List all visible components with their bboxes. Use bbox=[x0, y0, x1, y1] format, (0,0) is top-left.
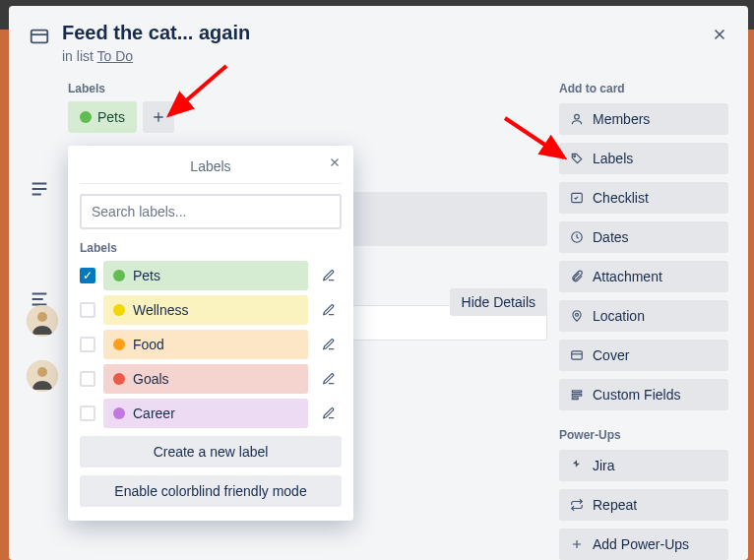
sidebar-item-members[interactable]: Members bbox=[559, 103, 728, 135]
add-powerups-label: Add Power-Ups bbox=[593, 536, 689, 552]
label-name: Pets bbox=[133, 268, 160, 283]
sidebar: Add to card MembersLabelsChecklistDatesA… bbox=[559, 82, 728, 560]
sidebar-item-label: Cover bbox=[593, 347, 629, 363]
sidebar-item-label: Location bbox=[593, 308, 645, 324]
sidebar-item-attachment[interactable]: Attachment bbox=[559, 261, 728, 292]
label-row: Wellness bbox=[80, 295, 342, 325]
svg-rect-0 bbox=[31, 31, 48, 43]
label-row: Pets bbox=[80, 261, 342, 290]
label-row: Career bbox=[80, 399, 342, 428]
sidebar-item-label: Members bbox=[593, 111, 650, 127]
sidebar-item-label: Custom Fields bbox=[593, 387, 680, 403]
label-dot bbox=[80, 111, 92, 123]
powerup-item-repeat[interactable]: Repeat bbox=[559, 489, 728, 521]
svg-rect-13 bbox=[572, 398, 578, 400]
location-icon bbox=[569, 308, 585, 324]
in-list-prefix: in list bbox=[62, 48, 97, 64]
svg-point-4 bbox=[37, 367, 47, 377]
label-dot bbox=[113, 373, 125, 385]
card-subtitle: in list To Do bbox=[62, 48, 250, 64]
svg-rect-11 bbox=[572, 391, 581, 393]
avatar[interactable] bbox=[27, 305, 58, 337]
sidebar-item-checklist[interactable]: Checklist bbox=[559, 182, 728, 214]
pencil-icon[interactable] bbox=[316, 366, 342, 392]
sidebar-item-label: Attachment bbox=[593, 269, 662, 284]
label-color-bar[interactable]: Career bbox=[103, 399, 308, 428]
jira-icon bbox=[569, 458, 585, 473]
popover-section-heading: Labels bbox=[80, 241, 342, 255]
hide-details-button[interactable]: Hide Details bbox=[450, 288, 547, 316]
label-checkbox[interactable] bbox=[80, 405, 95, 421]
repeat-icon bbox=[569, 497, 585, 513]
label-color-bar[interactable]: Food bbox=[103, 330, 308, 359]
sidebar-item-custom-fields[interactable]: Custom Fields bbox=[559, 379, 728, 410]
label-color-bar[interactable]: Goals bbox=[103, 364, 308, 394]
colorblind-mode-button[interactable]: Enable colorblind friendly mode bbox=[80, 475, 342, 507]
user-icon bbox=[569, 111, 585, 127]
add-powerups-button[interactable]: Add Power-Ups bbox=[559, 529, 728, 560]
clock-icon bbox=[569, 229, 585, 245]
search-labels-input[interactable] bbox=[80, 194, 342, 229]
pencil-icon[interactable] bbox=[316, 297, 342, 323]
popover-title: Labels bbox=[190, 158, 230, 174]
svg-point-9 bbox=[576, 313, 579, 316]
sidebar-item-label: Jira bbox=[593, 458, 615, 473]
applied-label-text: Pets bbox=[97, 109, 125, 125]
sidebar-item-location[interactable]: Location bbox=[559, 300, 728, 332]
label-dot bbox=[113, 339, 125, 350]
label-dot bbox=[113, 407, 125, 419]
popover-close-icon[interactable] bbox=[328, 156, 342, 173]
label-checkbox[interactable] bbox=[80, 268, 95, 283]
fields-icon bbox=[569, 387, 585, 403]
label-row: Food bbox=[80, 330, 342, 359]
card-title[interactable]: Feed the cat... again bbox=[62, 22, 250, 44]
cover-icon bbox=[569, 347, 585, 363]
plus-icon bbox=[569, 536, 585, 552]
label-row: Goals bbox=[80, 364, 342, 394]
add-to-card-heading: Add to card bbox=[559, 82, 728, 95]
svg-rect-12 bbox=[572, 394, 581, 396]
label-checkbox[interactable] bbox=[80, 302, 95, 318]
checklist-icon bbox=[569, 190, 585, 206]
label-name: Food bbox=[133, 337, 164, 352]
sidebar-item-label: Labels bbox=[593, 151, 633, 166]
sidebar-item-label: Repeat bbox=[593, 497, 637, 513]
list-link[interactable]: To Do bbox=[97, 48, 134, 64]
pencil-icon[interactable] bbox=[316, 401, 342, 426]
powerup-item-jira[interactable]: Jira bbox=[559, 450, 728, 481]
pencil-icon[interactable] bbox=[316, 263, 342, 288]
paperclip-icon bbox=[569, 269, 585, 284]
label-checkbox[interactable] bbox=[80, 337, 95, 352]
create-label-button[interactable]: Create a new label bbox=[80, 436, 342, 467]
powerups-heading: Power-Ups bbox=[559, 428, 728, 442]
label-color-bar[interactable]: Wellness bbox=[103, 295, 308, 325]
sidebar-item-dates[interactable]: Dates bbox=[559, 221, 728, 253]
tag-icon bbox=[569, 151, 585, 166]
description-icon bbox=[29, 178, 50, 200]
applied-label-pets[interactable]: Pets bbox=[68, 101, 137, 133]
card-header: Feed the cat... again in list To Do bbox=[29, 22, 728, 64]
main-column: Labels Pets Hide Details bbox=[29, 82, 547, 560]
label-name: Goals bbox=[133, 371, 169, 387]
svg-point-2 bbox=[37, 312, 47, 322]
pencil-icon[interactable] bbox=[316, 332, 342, 357]
sidebar-item-labels[interactable]: Labels bbox=[559, 143, 728, 174]
label-name: Career bbox=[133, 405, 175, 421]
label-dot bbox=[113, 304, 125, 316]
label-color-bar[interactable]: Pets bbox=[103, 261, 308, 290]
label-name: Wellness bbox=[133, 302, 189, 318]
sidebar-item-cover[interactable]: Cover bbox=[559, 340, 728, 371]
labels-heading: Labels bbox=[68, 82, 547, 95]
sidebar-item-label: Checklist bbox=[593, 190, 649, 206]
add-label-button[interactable] bbox=[143, 101, 174, 133]
svg-point-6 bbox=[574, 156, 576, 157]
sidebar-item-label: Dates bbox=[593, 229, 629, 245]
avatar[interactable] bbox=[27, 360, 58, 392]
label-checkbox[interactable] bbox=[80, 371, 95, 387]
applied-labels-row: Pets bbox=[68, 101, 547, 133]
svg-rect-10 bbox=[572, 351, 583, 359]
card-modal: Feed the cat... again in list To Do Labe… bbox=[9, 6, 748, 560]
svg-point-5 bbox=[575, 114, 580, 119]
card-icon bbox=[29, 26, 50, 51]
close-icon[interactable] bbox=[705, 20, 734, 49]
